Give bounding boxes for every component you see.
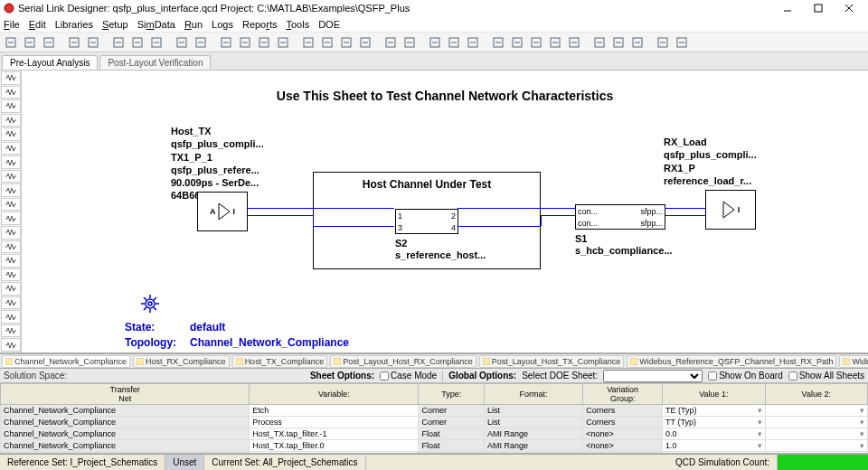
show-on-board-checkbox[interactable]: Show On Board — [708, 371, 783, 381]
palette-cap[interactable] — [1, 86, 21, 99]
menu-run[interactable]: Run — [184, 19, 203, 30]
stop-button[interactable] — [192, 34, 210, 51]
svg-rect-78 — [334, 358, 341, 365]
table-row[interactable]: Channel_Network_ComplianceHost_TX.tap_fi… — [1, 428, 868, 440]
rec-button[interactable] — [464, 34, 482, 51]
menu-reports[interactable]: Reports — [242, 19, 278, 30]
palette-resistor[interactable] — [1, 71, 21, 85]
cfg2-button[interactable] — [401, 34, 419, 51]
minimize-button[interactable] — [772, 0, 803, 16]
s1-connector-box[interactable]: con...sfpp... con...sfpp... — [575, 204, 665, 230]
table-row[interactable]: Channel_Network_ComplianceProcessCornerL… — [1, 417, 868, 428]
menu-tools[interactable]: Tools — [286, 19, 309, 30]
show-all-sheets-checkbox[interactable]: Show All Sheets — [788, 371, 864, 381]
window-title: Serial Link Designer: qsfp_plus_interfac… — [18, 3, 410, 14]
cfg-button[interactable] — [382, 34, 400, 51]
palette-port[interactable] — [1, 155, 21, 169]
c-button[interactable] — [527, 34, 545, 51]
sheet-tab[interactable]: Post_Layout_Host_TX_Compliance — [479, 355, 625, 368]
sheet-tab[interactable]: Widebus_Reference_QSFP_Channel_Host_RX_P… — [627, 355, 836, 368]
undo-button[interactable] — [65, 34, 83, 51]
paste-button[interactable] — [147, 34, 165, 51]
menu-doe[interactable]: DOE — [318, 19, 340, 30]
svg-marker-72 — [723, 202, 734, 218]
schematic-canvas[interactable]: Use This Sheet to Test Channel Network C… — [22, 70, 868, 352]
palette-source[interactable] — [1, 114, 21, 127]
palette-text[interactable] — [1, 310, 21, 324]
palette-probe[interactable] — [1, 268, 21, 282]
sheet-tab[interactable]: Channel_Network_Compliance — [2, 355, 130, 368]
palette-line[interactable] — [1, 296, 21, 310]
menu-edit[interactable]: Edit — [29, 19, 46, 30]
sheet-tab[interactable]: Host_TX_Compliance — [232, 355, 328, 368]
rx-buffer-block[interactable]: I — [705, 190, 756, 230]
solution-space-table[interactable]: TransferNetVariable:Type:Format:Variatio… — [0, 383, 868, 454]
h2-button[interactable] — [673, 34, 691, 51]
menu-file[interactable]: File — [4, 19, 20, 30]
zoom-in-button[interactable] — [217, 34, 235, 51]
z-button[interactable] — [628, 34, 646, 51]
tx-buffer-block[interactable]: A I — [197, 192, 248, 231]
case-mode-checkbox[interactable]: Case Mode — [380, 371, 437, 381]
palette-w2[interactable] — [1, 240, 21, 254]
play-button[interactable] — [426, 34, 444, 51]
a-button[interactable] — [489, 34, 507, 51]
host-channel-box[interactable]: Host Channel Under Test 1 2 3 4 S2 s_ref… — [313, 172, 541, 269]
statusbar: Reference Set: I_Project_Schematics Unse… — [0, 454, 868, 470]
open-button[interactable] — [21, 34, 39, 51]
d-button[interactable] — [546, 34, 564, 51]
maximize-button[interactable] — [803, 0, 834, 16]
table-row[interactable]: Channel_Network_ComplianceEtchCornerList… — [1, 405, 868, 417]
solution-space-header: Solution Space: Sheet Options: Case Mode… — [0, 369, 868, 383]
menu-logs[interactable]: Logs — [212, 19, 233, 30]
redo-button[interactable] — [84, 34, 102, 51]
sheet-tab[interactable]: Post_Layout_Host_RX_Compliance — [330, 355, 476, 368]
zoom-out-button[interactable] — [236, 34, 254, 51]
zoom-fit-button[interactable] — [255, 34, 273, 51]
run-button[interactable] — [173, 34, 191, 51]
palette-diode[interactable] — [1, 127, 21, 141]
palette-xline[interactable] — [1, 170, 21, 183]
palette-tline[interactable] — [1, 198, 21, 212]
cut-button[interactable] — [109, 34, 127, 51]
palette-eye[interactable] — [1, 212, 21, 225]
x-button[interactable] — [590, 34, 609, 51]
titlebar: Serial Link Designer: qsfp_plus_interfac… — [0, 0, 868, 16]
svg-rect-76 — [137, 358, 144, 365]
palette-wave[interactable] — [1, 254, 21, 268]
tab-post-layout[interactable]: Post-Layout Verification — [99, 55, 211, 70]
sheet-tab[interactable]: Host_RX_Compliance — [133, 355, 230, 368]
close-button[interactable] — [834, 0, 864, 16]
host-tx-labels: Host_TX qsfp_plus_compli... TX1_P_1 qsfp… — [171, 125, 264, 202]
b-button[interactable] — [508, 34, 526, 51]
grid-button[interactable] — [299, 34, 317, 51]
new-button[interactable] — [2, 34, 20, 51]
save-button[interactable] — [40, 34, 58, 51]
layer2-button[interactable] — [356, 34, 374, 51]
snap-button[interactable] — [318, 34, 336, 51]
pause-button[interactable] — [445, 34, 463, 51]
palette-w1[interactable] — [1, 226, 21, 240]
palette-params[interactable] — [1, 282, 21, 296]
current-set-cell: Current Set: All_Project_Schematics — [204, 455, 365, 470]
e-button[interactable] — [565, 34, 583, 51]
menu-libraries[interactable]: Libraries — [55, 19, 93, 30]
s2-inner-box[interactable]: 1 2 3 4 — [395, 209, 458, 234]
zoom-sel-button[interactable] — [274, 34, 292, 51]
palette-gnd[interactable] — [1, 142, 21, 155]
table-row[interactable]: Channel_Network_ComplianceHost_TX.tap_fi… — [1, 440, 868, 452]
palette-ind[interactable] — [1, 99, 21, 113]
sheet-tab[interactable]: Widebus_Reference_QSFP_Channel_Host_TX_P… — [839, 355, 868, 368]
h1-button[interactable] — [654, 34, 672, 51]
unset-button[interactable]: Unset — [165, 455, 204, 470]
palette-sparams[interactable] — [1, 183, 21, 197]
tab-pre-layout[interactable]: Pre-Layout Analysis — [2, 55, 98, 70]
menu-setup[interactable]: Setup — [102, 19, 128, 30]
y-button[interactable] — [609, 34, 627, 51]
doe-sheet-select[interactable] — [603, 370, 703, 382]
layer-button[interactable] — [337, 34, 355, 51]
palette-sep2[interactable] — [1, 324, 21, 338]
menu-simdata[interactable]: SimData — [137, 19, 175, 30]
palette-q[interactable] — [1, 338, 21, 352]
copy-button[interactable] — [128, 34, 146, 51]
